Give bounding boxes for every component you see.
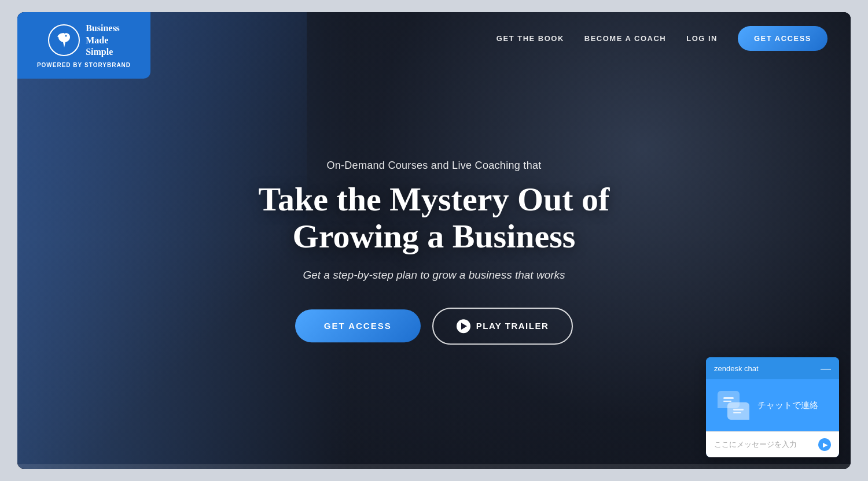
hero-get-access-button[interactable]: GET ACCESS: [295, 309, 421, 342]
chat-bubble-2: [727, 402, 749, 420]
chat-line: [723, 397, 734, 399]
hero-play-trailer-button[interactable]: PLAY TRAILER: [432, 308, 573, 345]
zendesk-body: チャットで連絡: [706, 379, 839, 431]
send-arrow-icon: ▶: [823, 441, 827, 449]
nav-item-login[interactable]: LOG IN: [686, 33, 718, 43]
nav-link-coach[interactable]: BECOME A COACH: [584, 34, 666, 43]
play-triangle: [461, 323, 467, 330]
zendesk-send-button[interactable]: ▶: [818, 438, 831, 451]
zendesk-body-text: チャットで連絡: [757, 400, 818, 411]
play-trailer-label: PLAY TRAILER: [476, 321, 549, 331]
zendesk-header: zendesk chat —: [706, 357, 839, 379]
bottom-bar: [17, 464, 851, 469]
logo-icon: [48, 24, 80, 56]
logo-inner: Business Made Simple: [48, 23, 120, 58]
nav-link-book[interactable]: GET THE BOOK: [496, 34, 564, 43]
zendesk-title: zendesk chat: [714, 364, 759, 373]
zendesk-minimize-button[interactable]: —: [821, 363, 831, 373]
nav-item-book[interactable]: GET THE BOOK: [496, 33, 564, 43]
logo-text: Business Made Simple: [86, 23, 120, 58]
chat-lines-1: [723, 397, 734, 402]
hero-content: On-Demand Courses and Live Coaching that…: [231, 160, 637, 345]
chat-line: [723, 401, 731, 402]
hero-subtitle: On-Demand Courses and Live Coaching that: [231, 160, 637, 172]
hero-title: Take the Mystery Out of Growing a Busine…: [231, 181, 637, 255]
zendesk-input-placeholder[interactable]: ここにメッセージを入力: [714, 439, 797, 450]
nav-link-login[interactable]: LOG IN: [686, 34, 718, 43]
chat-line: [733, 412, 741, 414]
hero-description: Get a step-by-step plan to grow a busine…: [231, 269, 637, 282]
nav-get-access-button[interactable]: GET ACCESS: [738, 26, 827, 51]
zendesk-widget: zendesk chat — チャットで連絡: [706, 357, 839, 457]
nav-item-cta[interactable]: GET ACCESS: [738, 26, 827, 51]
chat-icon-area: [718, 391, 749, 420]
powered-by: POWERED BY STORYBRAND: [37, 62, 131, 68]
hero-buttons: GET ACCESS PLAY TRAILER: [231, 308, 637, 345]
nav-item-coach[interactable]: BECOME A COACH: [584, 33, 666, 43]
hero-title-line2: Growing a Business: [293, 217, 576, 255]
hero-title-line1: Take the Mystery Out of: [259, 180, 610, 218]
chat-line: [733, 409, 744, 410]
zendesk-input-area[interactable]: ここにメッセージを入力 ▶: [706, 431, 839, 457]
play-icon: [457, 319, 470, 333]
chat-lines-2: [733, 409, 744, 413]
svg-point-0: [65, 35, 67, 36]
page-wrapper: Business Made Simple POWERED BY STORYBRA…: [17, 12, 851, 469]
nav-links: GET THE BOOK BECOME A COACH LOG IN GET A…: [496, 26, 827, 51]
logo-container[interactable]: Business Made Simple POWERED BY STORYBRA…: [17, 12, 150, 79]
